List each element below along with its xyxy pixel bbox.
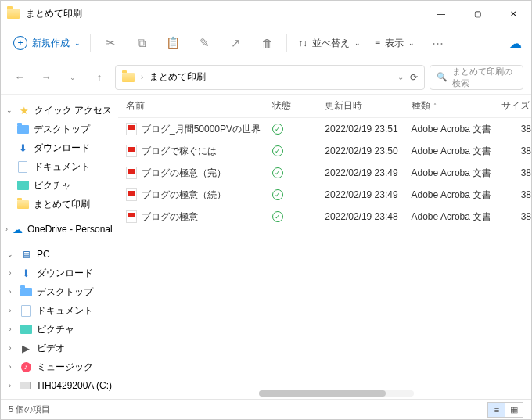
sidebar-thisfolder[interactable]: まとめて印刷 bbox=[1, 195, 118, 214]
table-row[interactable]: ブログの極意（完）✓2022/02/19 23:49Adobe Acroba 文… bbox=[118, 162, 531, 184]
forward-button[interactable]: → bbox=[35, 66, 57, 88]
new-button[interactable]: + 新規作成 ⌄ bbox=[10, 33, 84, 53]
item-count: 5 個の項目 bbox=[9, 404, 50, 415]
scroll-thumb[interactable] bbox=[259, 390, 386, 397]
window-title: まとめて印刷 bbox=[26, 7, 82, 20]
pdf-icon bbox=[126, 145, 137, 157]
file-name: ブログの極意 bbox=[142, 210, 198, 224]
details-view-button[interactable]: ≡ bbox=[488, 403, 505, 417]
more-icon[interactable]: ⋯ bbox=[424, 30, 451, 56]
sidebar-downloads[interactable]: ⬇ダウンロード bbox=[1, 138, 118, 157]
sidebar-pc-drive-c[interactable]: ›TIH0429200A (C:) bbox=[1, 376, 118, 395]
copy-icon[interactable]: ⧉ bbox=[128, 30, 155, 56]
pdf-icon bbox=[126, 167, 137, 179]
file-date: 2022/02/19 23:51 bbox=[325, 124, 411, 135]
view-toggle: ≡ ▦ bbox=[487, 402, 523, 418]
file-type: Adobe Acroba 文書 bbox=[412, 123, 501, 136]
share-icon[interactable]: ↗ bbox=[222, 30, 249, 56]
window-controls: ― ▢ ✕ bbox=[423, 1, 531, 26]
statusbar: 5 個の項目 ≡ ▦ bbox=[1, 399, 531, 419]
chevron-down-icon: ⌄ bbox=[74, 39, 81, 47]
refresh-icon[interactable]: ⟳ bbox=[410, 72, 418, 83]
file-type: Adobe Acroba 文書 bbox=[412, 145, 501, 158]
sidebar-pc-videos[interactable]: ›▶ビデオ bbox=[1, 339, 118, 357]
sidebar-pictures[interactable]: ピクチャ bbox=[1, 176, 118, 195]
sort-button[interactable]: ↑↓ 並べ替え ⌄ bbox=[293, 37, 365, 50]
folder-icon bbox=[7, 9, 20, 19]
sidebar-onedrive[interactable]: ›☁OneDrive - Personal bbox=[1, 220, 118, 239]
minimize-button[interactable]: ― bbox=[423, 1, 459, 26]
sidebar-desktop[interactable]: デスクトップ bbox=[1, 120, 118, 138]
chevron-down-icon: ⌄ bbox=[408, 39, 415, 47]
column-headers: 名前 状態 更新日時 種類˄ サイズ bbox=[118, 95, 531, 118]
separator bbox=[286, 34, 287, 52]
sidebar-quick-access[interactable]: ⌄★クイック アクセス bbox=[1, 101, 118, 120]
header-status[interactable]: 状態 bbox=[272, 99, 325, 113]
header-name[interactable]: 名前 bbox=[126, 99, 272, 113]
plus-icon: + bbox=[13, 36, 27, 50]
file-name: ブログの極意（完） bbox=[142, 167, 226, 180]
chevron-right-icon: › bbox=[141, 73, 143, 81]
chevron-down-icon[interactable]: ⌄ bbox=[62, 66, 84, 88]
sidebar-pc-desktop[interactable]: ›デスクトップ bbox=[1, 282, 118, 301]
icons-view-button[interactable]: ▦ bbox=[505, 403, 523, 417]
pdf-icon bbox=[126, 210, 137, 223]
file-size: 38 bbox=[501, 124, 531, 135]
file-type: Adobe Acroba 文書 bbox=[412, 188, 501, 202]
sidebar-pc[interactable]: ⌄🖥PC bbox=[1, 245, 118, 264]
status-ok-icon: ✓ bbox=[272, 189, 283, 200]
table-row[interactable]: ブログの極意✓2022/02/19 23:48Adobe Acroba 文書38 bbox=[118, 206, 531, 228]
header-date[interactable]: 更新日時 bbox=[325, 99, 411, 113]
horizontal-scrollbar[interactable] bbox=[118, 388, 531, 399]
file-list: ブログ_月間50000PVの世界✓2022/02/19 23:51Adobe A… bbox=[118, 118, 531, 388]
new-label: 新規作成 bbox=[32, 37, 70, 50]
table-row[interactable]: ブログ_月間50000PVの世界✓2022/02/19 23:51Adobe A… bbox=[118, 118, 531, 140]
status-ok-icon: ✓ bbox=[272, 124, 283, 135]
navbar: ← → ⌄ ↑ › まとめて印刷 ⌄ ⟳ 🔍 まとめて印刷の検索 bbox=[1, 60, 531, 95]
file-date: 2022/02/19 23:48 bbox=[325, 211, 411, 222]
close-button[interactable]: ✕ bbox=[495, 1, 531, 26]
file-name: ブログで稼ぐには bbox=[142, 145, 217, 158]
sidebar-pc-documents[interactable]: ›ドキュメント bbox=[1, 301, 118, 320]
rename-icon[interactable]: ✎ bbox=[191, 30, 217, 56]
up-button[interactable]: ↑ bbox=[88, 66, 110, 88]
pdf-icon bbox=[126, 123, 137, 135]
file-date: 2022/02/19 23:49 bbox=[325, 189, 411, 200]
sidebar: ⌄★クイック アクセス デスクトップ ⬇ダウンロード ドキュメント ピクチャ ま… bbox=[1, 95, 118, 399]
file-name: ブログの極意（続） bbox=[142, 188, 226, 202]
back-button[interactable]: ← bbox=[9, 66, 31, 88]
delete-icon[interactable]: 🗑 bbox=[253, 30, 280, 56]
file-type: Adobe Acroba 文書 bbox=[412, 167, 501, 180]
cloud-sync-icon[interactable]: ☁ bbox=[509, 36, 522, 51]
table-row[interactable]: ブログで稼ぐには✓2022/02/19 23:50Adobe Acroba 文書… bbox=[118, 140, 531, 162]
sidebar-pc-music[interactable]: ›♪ミュージック bbox=[1, 357, 118, 376]
view-label: 表示 bbox=[385, 37, 404, 50]
file-type: Adobe Acroba 文書 bbox=[412, 210, 501, 224]
sort-indicator-icon: ˄ bbox=[433, 102, 437, 109]
file-size: 38 bbox=[501, 145, 531, 156]
paste-icon[interactable]: 📋 bbox=[160, 30, 186, 56]
cut-icon[interactable]: ✂ bbox=[97, 30, 124, 56]
status-ok-icon: ✓ bbox=[272, 145, 283, 156]
sidebar-pc-downloads[interactable]: ›⬇ダウンロード bbox=[1, 264, 118, 282]
chevron-down-icon[interactable]: ⌄ bbox=[397, 73, 404, 81]
toolbar: + 新規作成 ⌄ ✂ ⧉ 📋 ✎ ↗ 🗑 ↑↓ 並べ替え ⌄ ≡ 表示 ⌄ ⋯ … bbox=[1, 26, 531, 60]
header-type[interactable]: 種類˄ bbox=[412, 99, 501, 113]
address-bar[interactable]: › まとめて印刷 ⌄ ⟳ bbox=[115, 65, 425, 90]
sidebar-documents[interactable]: ドキュメント bbox=[1, 157, 118, 176]
search-icon: 🔍 bbox=[437, 72, 448, 82]
maximize-button[interactable]: ▢ bbox=[459, 1, 495, 26]
view-icon: ≡ bbox=[375, 38, 380, 48]
status-ok-icon: ✓ bbox=[272, 167, 283, 178]
sidebar-pc-pictures[interactable]: ›ピクチャ bbox=[1, 320, 118, 339]
file-size: 38 bbox=[501, 167, 531, 178]
search-placeholder: まとめて印刷の検索 bbox=[452, 66, 516, 89]
table-row[interactable]: ブログの極意（続）✓2022/02/19 23:49Adobe Acroba 文… bbox=[118, 184, 531, 206]
view-button[interactable]: ≡ 表示 ⌄ bbox=[370, 37, 419, 50]
header-size[interactable]: サイズ bbox=[501, 99, 531, 113]
file-size: 38 bbox=[501, 211, 531, 222]
status-ok-icon: ✓ bbox=[272, 211, 283, 222]
content-area: 名前 状態 更新日時 種類˄ サイズ ブログ_月間50000PVの世界✓2022… bbox=[118, 95, 531, 399]
search-box[interactable]: 🔍 まとめて印刷の検索 bbox=[430, 65, 523, 90]
file-size: 38 bbox=[501, 189, 531, 200]
